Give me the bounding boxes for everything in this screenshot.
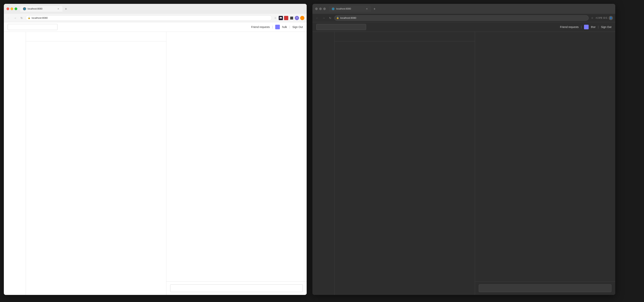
new-tab-button-left[interactable]: + <box>63 6 68 12</box>
chat-messages-right <box>475 32 615 281</box>
sidebar-left-panel <box>4 32 26 295</box>
main-layout-left <box>4 32 307 295</box>
reload-button-left[interactable]: ↻ <box>19 15 24 20</box>
title-bar-left: 🌐 localhost:8080 × + <box>4 4 307 14</box>
nav-bar-right: ← → ↻ 🔒 localhost:8080 ☆ 시크릿 모드 👤 <box>312 14 615 22</box>
tab-close-left[interactable]: × <box>57 7 60 10</box>
page-content-left: Friend requests | hulk | Sign Out <box>4 22 307 295</box>
chat-input-right[interactable] <box>479 284 612 292</box>
lock-icon-left: 🔒 <box>28 17 30 19</box>
browser-window-right: 🌐 localhost:8080 × + ← → ↻ 🔒 localhost:8… <box>312 4 615 295</box>
extension-monitor-left[interactable]: ⬛ <box>290 16 294 20</box>
bookmark-icon-right[interactable]: ☆ <box>590 16 594 20</box>
browser-window-left: 🌐 localhost:8080 × + ← → ↻ 🔒 localhost:8… <box>4 4 307 295</box>
chat-area-right <box>475 32 615 295</box>
close-button-right[interactable] <box>315 7 318 10</box>
url-text-right: localhost:8080 <box>340 16 586 19</box>
chat-area-left <box>166 32 307 295</box>
contacts-area-right <box>334 32 475 295</box>
bookmark-icon-left[interactable]: ☆ <box>273 16 278 20</box>
title-bar-right: 🌐 localhost:8080 × + <box>312 4 615 14</box>
app-nav-right-right: Friend requests | thor | Sign Out <box>560 25 612 29</box>
nav-icons-left: ☆ 📖 ⬛ H <box>273 16 304 20</box>
nav-sep-2-left: | <box>289 25 290 29</box>
minimize-button-left[interactable] <box>10 7 13 10</box>
reload-button-right[interactable]: ↻ <box>328 15 333 20</box>
contact-header-left <box>26 32 166 41</box>
friend-requests-link-left[interactable]: Friend requests <box>251 25 270 28</box>
minimize-button-right[interactable] <box>319 7 322 10</box>
new-tab-button-right[interactable]: + <box>372 6 377 12</box>
extension-book-left[interactable]: 📖 <box>279 16 283 20</box>
main-layout-right <box>312 32 615 295</box>
maximize-button-right[interactable] <box>323 7 326 10</box>
page-content-right: Friend requests | thor | Sign Out <box>312 22 615 295</box>
user-avatar-left <box>275 25 280 29</box>
search-input-right[interactable] <box>316 24 366 30</box>
url-text-left: localhost:8080 <box>32 16 270 19</box>
traffic-lights-right <box>315 7 326 10</box>
sidebar-right-panel <box>312 32 334 295</box>
extension-orange-left[interactable] <box>300 16 304 20</box>
active-tab-right[interactable]: 🌐 localhost:8080 × <box>329 6 371 12</box>
sign-out-link-left[interactable]: Sign Out <box>292 25 303 28</box>
search-input-left[interactable] <box>8 24 58 30</box>
active-tab-left[interactable]: 🌐 localhost:8080 × <box>20 6 62 12</box>
tab-title-left: localhost:8080 <box>28 7 55 10</box>
chat-messages-left <box>166 32 307 281</box>
forward-button-left[interactable]: → <box>13 15 18 20</box>
address-bar-left[interactable]: 🔒 localhost:8080 <box>26 15 272 21</box>
tab-close-right[interactable]: × <box>365 7 368 10</box>
nav-sep-2-right: | <box>598 25 598 29</box>
friend-requests-link-right[interactable]: Friend requests <box>560 25 579 28</box>
chat-input-area-right <box>475 281 615 295</box>
app-navbar-right: Friend requests | thor | Sign Out <box>312 22 615 32</box>
app-navbar-left: Friend requests | hulk | Sign Out <box>4 22 307 32</box>
username-right: thor <box>591 25 596 28</box>
app-nav-right-left: Friend requests | hulk | Sign Out <box>251 25 303 29</box>
sign-out-link-right[interactable]: Sign Out <box>601 25 612 28</box>
extension-red-left[interactable] <box>284 16 288 20</box>
forward-button-right[interactable]: → <box>321 15 326 20</box>
traffic-lights-left <box>6 7 17 10</box>
user-avatar-right <box>584 25 588 29</box>
username-left: hulk <box>282 25 287 28</box>
contacts-area-left <box>26 32 166 295</box>
address-bar-right[interactable]: 🔒 localhost:8080 <box>334 15 588 21</box>
back-button-right[interactable]: ← <box>315 15 320 20</box>
nav-sep-1-left: | <box>272 25 273 29</box>
contact-header-right <box>334 32 475 41</box>
tab-title-right: localhost:8080 <box>336 7 364 10</box>
favicon-left: 🌐 <box>23 7 26 10</box>
user-avatar-icon-left[interactable]: H <box>295 16 299 20</box>
nav-sep-1-right: | <box>581 25 582 29</box>
nav-bar-left: ← → ↻ 🔒 localhost:8080 ☆ 📖 ⬛ H <box>4 14 307 22</box>
favicon-right: 🌐 <box>332 7 335 10</box>
chat-input-left[interactable] <box>170 284 303 292</box>
user-avatar-icon-right[interactable]: 👤 <box>609 16 613 20</box>
close-button-left[interactable] <box>6 7 9 10</box>
secret-mode-label-right: 시크릿 모드 <box>596 16 608 19</box>
lock-icon-right: 🔒 <box>336 17 339 19</box>
maximize-button-left[interactable] <box>14 7 17 10</box>
chat-input-area-left <box>166 281 307 295</box>
nav-icons-right: ☆ 시크릿 모드 👤 <box>590 16 613 20</box>
back-button-left[interactable]: ← <box>6 15 11 20</box>
